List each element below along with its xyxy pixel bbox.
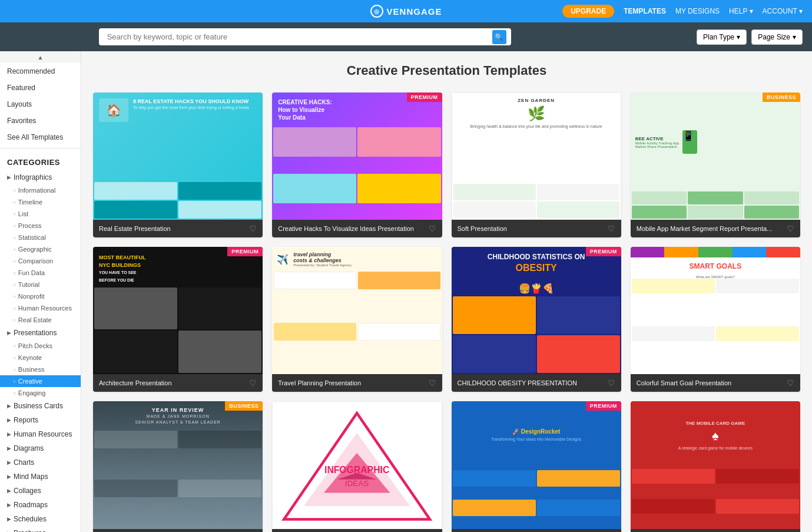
business-badge: BUSINESS <box>763 92 800 102</box>
sidebar-category-hr[interactable]: ▶ Human Resources <box>0 427 81 441</box>
sidebar-sub-nonprofit[interactable]: ○ Nonprofit <box>0 290 81 302</box>
templates-link[interactable]: TEMPLATES <box>624 7 666 15</box>
top-navigation: ◎ VENNGAGE UPGRADE TEMPLATES MY DESIGNS … <box>0 0 812 22</box>
template-preview: ✈️ travel planningcosts & challenges Pre… <box>272 247 442 374</box>
page-size-filter[interactable]: Page Size ▾ <box>751 29 803 45</box>
sidebar-item-favorites[interactable]: Favorites <box>0 113 81 129</box>
upgrade-button[interactable]: UPGRADE <box>562 5 614 18</box>
categories-header: CATEGORIES <box>0 151 81 170</box>
my-designs-link[interactable]: MY DESIGNS <box>675 7 720 15</box>
sidebar-sub-comparison[interactable]: ○ Comparison <box>0 255 81 267</box>
sidebar-category-diagrams[interactable]: ▶ Diagrams <box>0 441 81 455</box>
template-card-real-estate[interactable]: 🏠 8 REAL ESTATE HACKS YOU SHOULD KNOW To… <box>93 92 263 237</box>
template-card-design-rocket[interactable]: PREMIUM 🚀 DesignRocket Transforming Your… <box>452 401 621 532</box>
sidebar-category-roadmaps[interactable]: ▶ Roadmaps <box>0 498 81 512</box>
sidebar-sub-process[interactable]: ○ Process <box>0 220 81 232</box>
sidebar-category-collages[interactable]: ▶ Collages <box>0 484 81 498</box>
sidebar-sub-informational[interactable]: ○ Informational <box>0 184 81 196</box>
template-footer: Year In Review ♡ <box>93 529 263 532</box>
sidebar-sub-timeline[interactable]: ○ Timeline <box>0 196 81 208</box>
template-card-obesity[interactable]: PREMIUM CHILDHOOD STATISTICS ONOBESITY 🍔… <box>452 247 621 392</box>
sidebar-item-see-all[interactable]: See All Templates <box>0 129 81 146</box>
sidebar-scroll-up[interactable]: ▲ <box>0 51 81 63</box>
sidebar-item-recommended[interactable]: Recommended <box>0 63 81 80</box>
chevron-right-icon: ▶ <box>7 431 11 437</box>
logo[interactable]: ◎ VENNGAGE <box>370 5 442 18</box>
sidebar-category-schedules[interactable]: ▶ Schedules <box>0 512 81 526</box>
chevron-right-icon: ▶ <box>7 516 11 522</box>
sidebar-sub-human-resources[interactable]: ○ Human Resources <box>0 302 81 314</box>
favorite-icon[interactable]: ♡ <box>429 378 436 388</box>
favorite-icon[interactable]: ♡ <box>249 224 257 233</box>
favorite-icon[interactable]: ♡ <box>249 378 257 388</box>
account-link[interactable]: ACCOUNT ▾ <box>763 7 803 15</box>
logo-text: VENNGAGE <box>387 6 442 16</box>
sidebar-sub-tutorial[interactable]: ○ Tutorial <box>0 279 81 290</box>
favorite-icon[interactable]: ♡ <box>787 224 794 233</box>
search-input[interactable] <box>99 28 511 45</box>
template-card-travel[interactable]: ✈️ travel planningcosts & challenges Pre… <box>272 247 442 392</box>
premium-badge: PREMIUM <box>407 92 442 102</box>
template-title: Architecture Presentation <box>99 379 172 386</box>
sidebar-sub-pitch-decks[interactable]: ○ Pitch Decks <box>0 340 81 352</box>
sidebar-sub-fun-data[interactable]: ○ Fun Data <box>0 267 81 279</box>
template-card-soft[interactable]: ZEN GARDEN 🌿 Bringing health & balance i… <box>452 92 621 237</box>
sidebar-sub-business[interactable]: ○ Business <box>0 364 81 375</box>
template-card-creative-hacks[interactable]: PREMIUM CREATIVE HACKS:How to VisualizeY… <box>272 92 442 237</box>
template-preview: 🏠 8 REAL ESTATE HACKS YOU SHOULD KNOW To… <box>93 92 263 220</box>
sidebar-sub-engaging[interactable]: ○ Engaging <box>0 387 81 399</box>
help-link[interactable]: HELP ▾ <box>729 7 753 15</box>
sidebar-item-layouts[interactable]: Layouts <box>0 96 81 113</box>
sidebar-sub-statistical[interactable]: ○ Statistical <box>0 232 81 243</box>
sidebar-category-reports[interactable]: ▶ Reports <box>0 413 81 427</box>
sidebar-sub-real-estate[interactable]: ○ Real Estate <box>0 314 81 326</box>
favorite-icon[interactable]: ♡ <box>608 224 615 233</box>
template-footer: Infographic Ideas Presentation ♡ <box>272 529 442 532</box>
plan-type-filter[interactable]: Plan Type ▾ <box>697 29 747 45</box>
chevron-down-icon: ▾ <box>737 33 740 41</box>
template-preview: INFOGRAPHIC IDEAS <box>272 401 442 528</box>
chevron-right-icon: ▶ <box>7 403 11 409</box>
search-bar-container: 🔍 Plan Type ▾ Page Size ▾ <box>0 22 812 51</box>
sidebar-category-business-cards[interactable]: ▶ Business Cards <box>0 399 81 413</box>
premium-badge: PREMIUM <box>586 401 621 411</box>
main-content: Creative Presentation Templates 🏠 8 REAL… <box>81 51 812 532</box>
template-preview: BUSINESS BEE ACTIVE Mobile Activity Trac… <box>631 92 800 220</box>
business-badge: BUSINESS <box>225 401 263 411</box>
template-card-infographic-ideas[interactable]: INFOGRAPHIC IDEAS Infographic I <box>272 401 442 532</box>
template-card-year-review[interactable]: BUSINESS YEAR IN REVIEWMADE & JANE MORRI… <box>93 401 263 532</box>
template-card-mobile-app[interactable]: BUSINESS BEE ACTIVE Mobile Activity Trac… <box>631 92 800 237</box>
template-preview: PREMIUM 🚀 DesignRocket Transforming Your… <box>452 401 621 528</box>
main-layout: ▲ Recommended Featured Layouts Favorites… <box>0 51 812 532</box>
sidebar-sub-list[interactable]: ○ List <box>0 208 81 220</box>
chevron-down-icon: ▾ <box>793 33 796 41</box>
sidebar-category-mind-maps[interactable]: ▶ Mind Maps <box>0 470 81 484</box>
sidebar-sub-keynote[interactable]: ○ Keynote <box>0 352 81 364</box>
premium-badge: PREMIUM <box>227 247 263 256</box>
template-preview: BUSINESS YEAR IN REVIEWMADE & JANE MORRI… <box>93 401 263 528</box>
template-footer: DesignRocket Presentation ♡ <box>452 529 621 532</box>
template-footer: Mobile App Market Segment Report Present… <box>631 220 800 237</box>
template-title: Travel Planning Presentation <box>278 379 361 386</box>
template-footer: CHILDHOOD OBESITY PRESENTATION ♡ <box>452 374 621 392</box>
template-card-mobile-card-game[interactable]: The Mobile Card Game ♠ A strategic card … <box>631 401 800 532</box>
favorite-icon[interactable]: ♡ <box>429 224 436 233</box>
sidebar-category-infographics[interactable]: ▶ Infographics <box>0 170 81 184</box>
search-button[interactable]: 🔍 <box>492 30 506 44</box>
svg-text:IDEAS: IDEAS <box>345 480 369 488</box>
favorite-icon[interactable]: ♡ <box>608 378 615 388</box>
sidebar-category-brochures[interactable]: ▶ Brochures <box>0 526 81 532</box>
chevron-right-icon: ▶ <box>7 417 11 423</box>
sidebar-sub-geographic[interactable]: ○ Geographic <box>0 243 81 255</box>
favorite-icon[interactable]: ♡ <box>787 378 794 388</box>
sidebar-sub-creative[interactable]: ○ Creative <box>0 375 81 387</box>
search-input-wrapper: 🔍 <box>99 28 511 45</box>
template-card-nyc[interactable]: PREMIUM MOST BEAUTIFULNYC BUILDINGSYOU H… <box>93 247 263 392</box>
sidebar-category-presentations[interactable]: ▶ Presentations <box>0 326 81 340</box>
template-title: Soft Presentation <box>458 225 507 232</box>
sidebar-category-charts[interactable]: ▶ Charts <box>0 455 81 470</box>
template-card-smart-goals[interactable]: SMART GOALS What are SMART goals? Colorf… <box>631 247 800 392</box>
sidebar-item-featured[interactable]: Featured <box>0 80 81 96</box>
template-title: Real Estate Presentation <box>99 225 171 232</box>
house-icon: 🏠 <box>99 98 128 122</box>
